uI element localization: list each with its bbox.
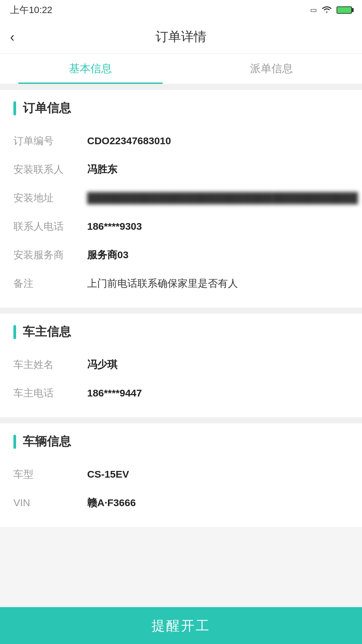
order-field-phone: 联系人电话 186****9303 (13, 212, 349, 240)
owner-name-label: 车主姓名 (13, 357, 87, 372)
install-address-value: ██████████████████████████████████████ (87, 190, 358, 205)
vehicle-field-vin: VIN 赣A·F3666 (13, 488, 349, 517)
order-section-bar (13, 101, 16, 115)
install-vendor-label: 安装服务商 (13, 247, 87, 262)
order-field-id: 订单编号 CDO22347683010 (13, 126, 349, 155)
back-button[interactable]: ‹ (10, 30, 14, 44)
vehicle-section-title: 车辆信息 (23, 433, 71, 450)
status-icons: ▭ (310, 5, 352, 15)
install-vendor-value: 服务商03 (87, 247, 349, 262)
owner-section-title: 车主信息 (23, 324, 71, 340)
vehicle-vin-label: VIN (13, 495, 87, 510)
install-address-label: 安装地址 (13, 190, 87, 205)
order-id-value: CDO22347683010 (87, 133, 349, 148)
status-bar: 上午10:22 ▭ (0, 0, 362, 20)
order-section: 订单信息 订单编号 CDO22347683010 安装联系人 冯胜东 安装地址 … (0, 90, 362, 308)
vehicle-section-bar (13, 435, 16, 449)
page-title: 订单详情 (156, 28, 206, 45)
order-field-remark: 备注 上门前电话联系确保家里是否有人 (13, 269, 349, 298)
tab-dispatch-label: 派单信息 (250, 61, 293, 76)
tab-basic[interactable]: 基本信息 (0, 54, 181, 84)
owner-name-value: 冯少琪 (87, 357, 349, 372)
start-work-button[interactable]: 提醒开工 (0, 607, 362, 644)
contact-phone-value: 186****9303 (87, 219, 349, 234)
page-header: ‹ 订单详情 (0, 20, 362, 54)
order-field-address: 安装地址 ███████████████████████████████████… (13, 183, 349, 212)
section-divider-2 (0, 417, 362, 423)
vehicle-vin-value: 赣A·F3666 (87, 495, 349, 510)
page-content: 订单信息 订单编号 CDO22347683010 安装联系人 冯胜东 安装地址 … (0, 84, 362, 567)
status-time: 上午10:22 (10, 4, 52, 16)
remark-value: 上门前电话联系确保家里是否有人 (87, 276, 349, 291)
tab-basic-label: 基本信息 (69, 61, 112, 76)
order-section-header: 订单信息 (13, 100, 349, 116)
section-divider-top (0, 84, 362, 90)
install-contact-value: 冯胜东 (87, 162, 349, 177)
tab-bar: 基本信息 派单信息 (0, 54, 362, 84)
owner-field-name: 车主姓名 冯少琪 (13, 350, 349, 379)
sim-icon: ▭ (310, 6, 317, 14)
section-divider-1 (0, 308, 362, 314)
vehicle-model-value: CS-15EV (87, 467, 349, 482)
order-field-vendor: 安装服务商 服务商03 (13, 240, 349, 269)
owner-phone-value: 186****9447 (87, 385, 349, 400)
owner-field-phone: 车主电话 186****9447 (13, 379, 349, 407)
tab-dispatch[interactable]: 派单信息 (181, 54, 362, 84)
vehicle-model-label: 车型 (13, 467, 87, 482)
battery-icon (337, 6, 352, 14)
owner-section-header: 车主信息 (13, 324, 349, 340)
vehicle-field-model: 车型 CS-15EV (13, 460, 349, 488)
remark-label: 备注 (13, 276, 87, 291)
order-section-title: 订单信息 (23, 100, 71, 116)
order-id-label: 订单编号 (13, 133, 87, 148)
install-contact-label: 安装联系人 (13, 162, 87, 177)
contact-phone-label: 联系人电话 (13, 219, 87, 234)
start-work-label: 提醒开工 (152, 616, 210, 635)
vehicle-section: 车辆信息 车型 CS-15EV VIN 赣A·F3666 (0, 423, 362, 527)
owner-section-bar (13, 325, 16, 339)
owner-section: 车主信息 车主姓名 冯少琪 车主电话 186****9447 (0, 314, 362, 417)
wifi-icon (322, 5, 332, 15)
vehicle-section-header: 车辆信息 (13, 433, 349, 450)
order-field-contact: 安装联系人 冯胜东 (13, 155, 349, 183)
owner-phone-label: 车主电话 (13, 385, 87, 400)
